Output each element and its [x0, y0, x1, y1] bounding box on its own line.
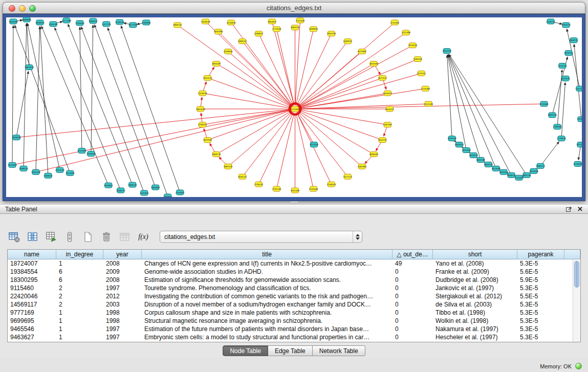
- graph-node-label: 1106305: [553, 125, 562, 128]
- graph-node-label: 1692013: [469, 154, 478, 157]
- graph-edge: [228, 112, 292, 166]
- table-row[interactable]: 1872400712008Changes of HCN gene express…: [8, 259, 580, 268]
- graph-edge: [297, 113, 331, 184]
- graph-edge: [297, 34, 331, 105]
- graph-edge: [447, 55, 452, 139]
- table-row[interactable]: 946362711997Embryonic stem cells: a mode…: [8, 333, 580, 341]
- create-column-button[interactable]: [81, 230, 95, 244]
- column-header[interactable]: name: [8, 250, 56, 259]
- network-window-titlebar[interactable]: citations_edges.txt: [3, 2, 585, 14]
- table-row[interactable]: 2242004622012Investigating the contribut…: [8, 292, 580, 300]
- column-header[interactable]: △ out_de…: [393, 250, 433, 259]
- graph-node-label: 1790471: [198, 123, 207, 126]
- tab-network-table[interactable]: Network Table: [313, 345, 365, 356]
- table-row[interactable]: 1830029562008Estimation of significance …: [8, 276, 580, 284]
- graph-node-label: 1860122: [173, 24, 182, 27]
- graph-node-label: 1427719: [102, 23, 111, 26]
- splitter-handle[interactable]: [291, 202, 298, 204]
- graph-node-label: 1677057: [576, 143, 582, 146]
- table-row[interactable]: 1938455462009Genome-wide association stu…: [8, 268, 580, 276]
- graph-node-label: 1577171: [343, 176, 353, 178]
- delete-column-button[interactable]: [99, 230, 114, 244]
- table-cell: 22420046: [8, 292, 56, 300]
- network-canvas[interactable]: 1724016541221187307105474716964811485083…: [6, 17, 582, 197]
- graph-node-label: 1528374: [115, 21, 124, 24]
- column-header[interactable]: pagerank: [517, 250, 564, 259]
- table-cell: 2009: [103, 268, 142, 276]
- float-panel-icon[interactable]: [565, 206, 572, 212]
- table-cell: 49: [393, 259, 433, 268]
- graph-edge: [277, 113, 294, 189]
- table-row[interactable]: 911546021997Tourette syndrome. Phenomeno…: [8, 284, 580, 292]
- graph-node-label: 1700993: [142, 21, 151, 24]
- graph-node-label: 2102945: [140, 192, 149, 194]
- table-cell: Hescheler et al. (1997): [433, 333, 517, 341]
- table-cell: 0: [393, 292, 433, 300]
- graph-node-label: 1443543: [561, 77, 570, 80]
- zoom-window-button[interactable]: [29, 5, 36, 12]
- column-header[interactable]: in_degree: [56, 250, 103, 259]
- column-list-button[interactable]: [62, 230, 77, 244]
- graph-edge: [12, 26, 13, 165]
- table-row[interactable]: 977716911998Corpus callosum shape and si…: [8, 309, 580, 317]
- column-header[interactable]: title: [142, 250, 393, 259]
- graph-edge: [298, 23, 395, 106]
- graph-edge: [540, 142, 559, 166]
- graph-edge: [574, 45, 581, 119]
- table-mode-button[interactable]: [7, 230, 21, 244]
- graph-edge: [299, 110, 387, 124]
- rename-column-button[interactable]: [118, 230, 132, 244]
- graph-node-label: 1800142: [238, 40, 247, 42]
- table-cell: Tourette syndrome. Phenomenology and cla…: [142, 284, 393, 292]
- table-cell: 18724007: [8, 259, 56, 268]
- graph-node-label: 1080808: [22, 18, 31, 21]
- network-graph[interactable]: 1724016541221187307105474716964811485083…: [6, 17, 582, 197]
- table-row[interactable]: 1456911722003Disruption of a novel membe…: [8, 300, 580, 309]
- export-table-button[interactable]: [44, 230, 58, 244]
- column-header[interactable]: short: [433, 250, 517, 259]
- graph-edge: [297, 112, 347, 177]
- table-row[interactable]: 946554611997Estimation of the future num…: [8, 325, 580, 333]
- close-panel-icon[interactable]: ✕: [577, 206, 583, 212]
- function-builder-button[interactable]: f(x): [136, 230, 150, 244]
- table-cell: de Silva et al. (2003): [433, 300, 517, 309]
- graph-edge: [203, 93, 291, 108]
- table-cell: 14569117: [8, 300, 56, 309]
- close-window-button[interactable]: [9, 5, 15, 12]
- graph-edge: [55, 28, 121, 190]
- table-cell: 1997: [103, 333, 142, 341]
- table-cell: Jankovic et al. (1997): [433, 284, 517, 292]
- minimize-window-button[interactable]: [19, 5, 26, 12]
- graph-edge: [448, 55, 481, 160]
- table-panel-header: Table Panel ✕: [0, 204, 588, 214]
- graph-node-label: 1090913: [35, 21, 45, 24]
- graph-edge: [299, 59, 418, 107]
- graph-node-label: 1912053: [8, 164, 17, 166]
- graph-node-label: 1187307: [383, 123, 393, 126]
- graph-edge: [448, 55, 496, 168]
- show-columns-icon: [27, 231, 39, 243]
- table-cell: 9463627: [8, 333, 56, 341]
- table-cell: 0: [393, 300, 433, 309]
- table-cell: 6: [56, 268, 103, 276]
- scrollbar-thumb[interactable]: [574, 261, 579, 288]
- tab-node-table[interactable]: Node Table: [223, 345, 268, 356]
- graph-node-label: 1914545: [310, 143, 319, 146]
- table-vertical-scrollbar[interactable]: [573, 260, 580, 342]
- table-select[interactable]: citations_edges.txt: [160, 231, 362, 243]
- graph-node-label: 1617449: [128, 24, 138, 27]
- show-columns-button[interactable]: [26, 230, 40, 244]
- column-header[interactable]: year: [103, 250, 142, 259]
- graph-node-label: 1930217: [116, 189, 125, 192]
- graph-node-label: 1679197: [447, 137, 456, 140]
- table-cell: Corpus callosum shape and size in male p…: [142, 309, 393, 317]
- tab-edge-table[interactable]: Edge Table: [268, 345, 313, 356]
- table-cell: 1: [56, 317, 103, 325]
- table-cell: 1997: [103, 284, 142, 292]
- table-cell: Nakamura et al. (1997): [433, 325, 517, 333]
- table-body: 1872400712008Changes of HCN gene express…: [8, 259, 580, 341]
- table-row[interactable]: 969969511998Structural magnetic resonanc…: [8, 317, 580, 325]
- graph-edge: [296, 113, 313, 189]
- network-window: citations_edges.txt 17240165412211873071…: [3, 2, 585, 201]
- graph-node-label: 1756341: [254, 183, 264, 186]
